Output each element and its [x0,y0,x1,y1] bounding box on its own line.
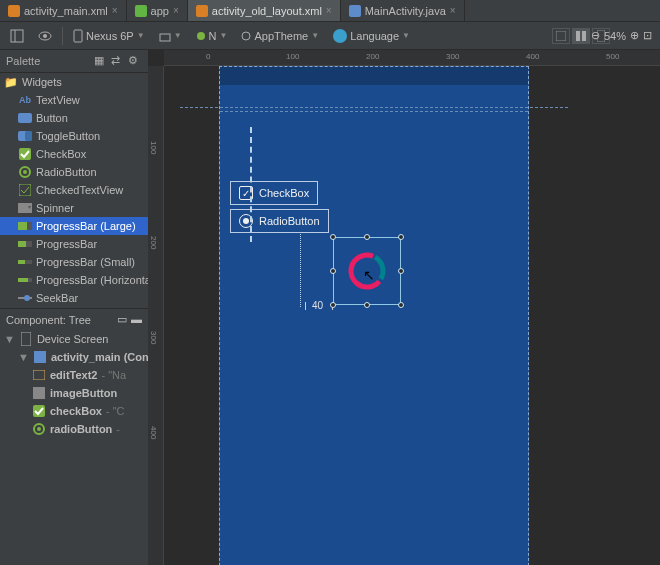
widget-item[interactable]: Spinner [0,199,148,217]
close-icon[interactable]: × [112,5,118,16]
api-select[interactable]: N▼ [192,30,232,42]
component-icon [32,422,46,436]
svg-rect-58 [34,351,46,363]
widget-item[interactable]: ProgressBar (Horizonta [0,271,148,289]
settings-icon[interactable]: ⇄ [111,54,125,68]
svg-rect-21 [18,222,27,230]
svg-rect-18 [19,184,31,196]
widget-item[interactable]: Button [0,109,148,127]
widget-icon: Ab [18,93,32,107]
zoom-in-icon[interactable]: ⊕ [630,29,639,42]
tab-label: app [151,5,169,17]
device-select[interactable]: Nexus 6P▼ [69,29,149,43]
filetype-icon [196,5,208,17]
close-icon[interactable]: × [326,5,332,16]
editor-tab[interactable]: activity_old_layout.xml× [188,0,341,21]
editor-tab[interactable]: activity_main.xml× [0,0,127,21]
widget-label: RadioButton [36,166,97,178]
svg-point-7 [242,32,250,40]
widget-icon [18,237,32,251]
component-tree-header: Component: Tree ▭ ▬ [0,308,148,330]
widget-item[interactable]: ToggleButton [0,127,148,145]
widget-item[interactable]: CheckBox [0,145,148,163]
comp-child[interactable]: imageButton [0,384,148,402]
widget-item[interactable]: AbTextView [0,91,148,109]
svg-rect-27 [18,278,28,282]
guide-dotted [300,232,301,307]
svg-rect-25 [18,260,25,264]
svg-rect-9 [576,31,580,41]
language-select[interactable]: Language▼ [329,29,414,43]
widget-item[interactable]: ProgressBar [0,235,148,253]
widget-label: CheckBox [36,148,86,160]
theme-select[interactable]: AppTheme▼ [237,30,323,42]
sidebar: Palette ▦ ⇄ ⚙ 📁WidgetsAbTextViewButtonTo… [0,50,148,565]
widget-label: ProgressBar [36,238,97,250]
orientation-select[interactable]: ▼ [155,30,186,42]
component-tree: ▼ Device Screen▼ activity_main (ConeditT… [0,330,148,565]
widget-item[interactable]: CheckedTextView [0,181,148,199]
svg-rect-23 [18,241,26,247]
widget-icon [18,201,32,215]
collapse-icon[interactable]: ▭ [117,313,127,326]
comp-child[interactable]: editText2 - "Na [0,366,148,384]
zoom-level: 54% [604,30,626,42]
widget-label: ProgressBar (Horizonta [36,274,148,286]
layout-mode-1[interactable] [552,28,570,44]
svg-rect-60 [33,387,45,399]
dimension-bracket: 40 [305,302,333,310]
widget-item[interactable]: SeekBar [0,289,148,307]
svg-rect-61 [33,405,45,417]
radiobutton-widget[interactable]: RadioButton [230,209,329,233]
progressbar-large-widget[interactable]: ↖ [333,237,401,305]
svg-rect-14 [25,131,32,141]
widget-icon [18,255,32,269]
ruler-horizontal: 0100200300400500600 [164,50,660,66]
palette-toggle[interactable] [6,26,28,46]
svg-rect-4 [74,30,82,42]
svg-rect-59 [33,370,45,380]
design-surface[interactable]: 0100200300400500600 100200300400 ✓ Check… [148,50,660,565]
close-icon[interactable]: × [450,5,456,16]
widget-label: Spinner [36,202,74,214]
widget-item[interactable]: ProgressBar (Small) [0,253,148,271]
zoom-fit-icon[interactable]: ⊡ [643,29,652,42]
svg-rect-15 [19,148,31,160]
widget-icon [18,219,32,233]
widget-label: SeekBar [36,292,78,304]
widget-item[interactable]: RadioButton [0,163,148,181]
tab-label: MainActivity.java [365,5,446,17]
widget-icon [18,147,32,161]
filetype-icon [349,5,361,17]
widget-item[interactable]: ProgressBar (Large) [0,217,148,235]
zoom-out-icon[interactable]: ⊖ [591,29,600,42]
close-panel-icon[interactable]: ▬ [131,313,142,326]
widget-icon [18,129,32,143]
widget-icon [18,183,32,197]
widget-label: ProgressBar (Small) [36,256,135,268]
widget-icon [18,111,32,125]
comp-root[interactable]: ▼ Device Screen [0,330,148,348]
widget-label: TextView [36,94,80,106]
comp-child[interactable]: checkBox - "C [0,402,148,420]
widget-label: ProgressBar (Large) [36,220,136,232]
svg-point-63 [37,427,41,431]
checkbox-label: CheckBox [259,187,309,199]
close-icon[interactable]: × [173,5,179,16]
comp-layout[interactable]: ▼ activity_main (Con [0,348,148,366]
svg-point-3 [43,34,47,38]
eye-icon[interactable] [34,26,56,46]
component-icon [32,386,46,400]
svg-rect-10 [582,31,586,41]
layout-mode-2[interactable] [572,28,590,44]
view-mode-icon[interactable]: ▦ [94,54,108,68]
gear-icon[interactable]: ⚙ [128,54,142,68]
checkbox-widget[interactable]: ✓ CheckBox [230,181,318,205]
widgets-folder[interactable]: 📁Widgets [0,73,148,91]
editor-tab[interactable]: app× [127,0,188,21]
editor-tab[interactable]: MainActivity.java× [341,0,465,21]
tab-label: activity_main.xml [24,5,108,17]
palette-tree: 📁WidgetsAbTextViewButtonToggleButtonChec… [0,73,148,308]
comp-child[interactable]: radioButton - [0,420,148,438]
radio-label: RadioButton [259,215,320,227]
